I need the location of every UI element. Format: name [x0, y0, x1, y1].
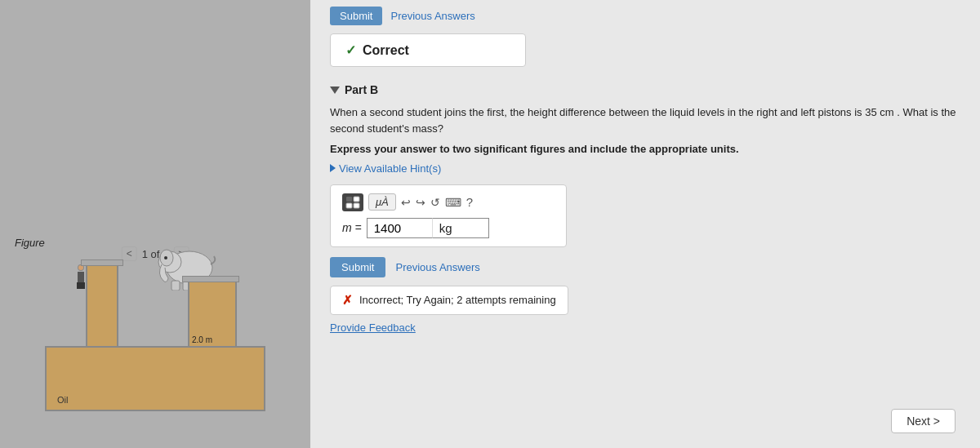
svg-rect-3 — [172, 281, 180, 291]
keyboard-button[interactable]: ⌨ — [445, 196, 461, 209]
human-body — [78, 272, 84, 283]
previous-answers-link[interactable]: Previous Answers — [395, 261, 479, 273]
incorrect-box: ✗ Incorrect; Try Again; 2 attempts remai… — [330, 286, 568, 315]
answer-input[interactable] — [367, 218, 432, 238]
part-b-label: Part B — [345, 83, 378, 96]
next-button[interactable]: Next > — [891, 409, 956, 433]
tank-body — [45, 346, 265, 411]
undo-button[interactable]: ↩ — [401, 196, 411, 209]
answer-input-box: μÀ ↩ ↪ ↺ ⌨ ? m = — [330, 184, 567, 247]
left-piston-column — [86, 264, 118, 346]
figure-label: Figure — [15, 237, 45, 249]
left-piston-surface — [81, 259, 123, 266]
human-legs — [77, 282, 85, 289]
top-previous-answers-link[interactable]: Previous Answers — [390, 10, 474, 22]
answer-row: m = — [342, 218, 555, 238]
piston-tank: Oil 2.0 m — [45, 313, 265, 411]
question-text: When a second student joins the first, t… — [330, 104, 960, 136]
matrix-icon[interactable] — [342, 193, 363, 211]
human-figure — [76, 264, 86, 289]
toolbar-row: μÀ ↩ ↪ ↺ ⌨ ? — [342, 193, 555, 211]
m-label: m = — [342, 221, 362, 234]
correct-box: ✓ Correct — [330, 33, 526, 67]
left-panel: Figure < 1 of 1 > — [0, 0, 310, 448]
part-b-section: Part B When a second student joins the f… — [330, 83, 960, 334]
right-piston-surface — [182, 276, 239, 282]
help-button[interactable]: ? — [466, 195, 473, 209]
hint-arrow-icon — [330, 164, 336, 172]
correct-label: Correct — [363, 43, 409, 58]
svg-rect-8 — [346, 197, 352, 202]
mu-button[interactable]: μÀ — [368, 193, 396, 211]
svg-rect-11 — [354, 203, 359, 208]
next-button-area: Next > — [891, 409, 956, 433]
feedback-link[interactable]: Provide Feedback — [330, 322, 960, 334]
redo-button[interactable]: ↪ — [416, 196, 425, 209]
submit-button[interactable]: Submit — [330, 257, 385, 277]
x-icon: ✗ — [342, 293, 353, 308]
right-panel: Submit Previous Answers ✓ Correct Part B… — [310, 0, 980, 448]
instruction-text: Express your answer to two significant f… — [330, 141, 960, 157]
svg-point-7 — [164, 256, 167, 259]
svg-rect-9 — [354, 197, 359, 202]
unit-input[interactable] — [432, 218, 489, 238]
collapse-icon[interactable] — [330, 86, 340, 94]
measure-label: 2.0 m — [192, 335, 212, 344]
hint-label: View Available Hint(s) — [339, 162, 441, 175]
part-b-header: Part B — [330, 83, 960, 96]
incorrect-text: Incorrect; Try Again; 2 attempts remaini… — [359, 294, 556, 306]
figure-area: Oil 2.0 m — [29, 248, 282, 436]
hint-link[interactable]: View Available Hint(s) — [330, 162, 960, 175]
check-icon: ✓ — [345, 42, 356, 58]
top-bar: Submit Previous Answers — [330, 7, 960, 25]
reset-button[interactable]: ↺ — [430, 196, 440, 209]
action-row: Submit Previous Answers — [330, 257, 960, 277]
svg-rect-10 — [346, 203, 352, 208]
oil-label: Oil — [57, 395, 68, 405]
top-submit-button[interactable]: Submit — [330, 7, 382, 25]
